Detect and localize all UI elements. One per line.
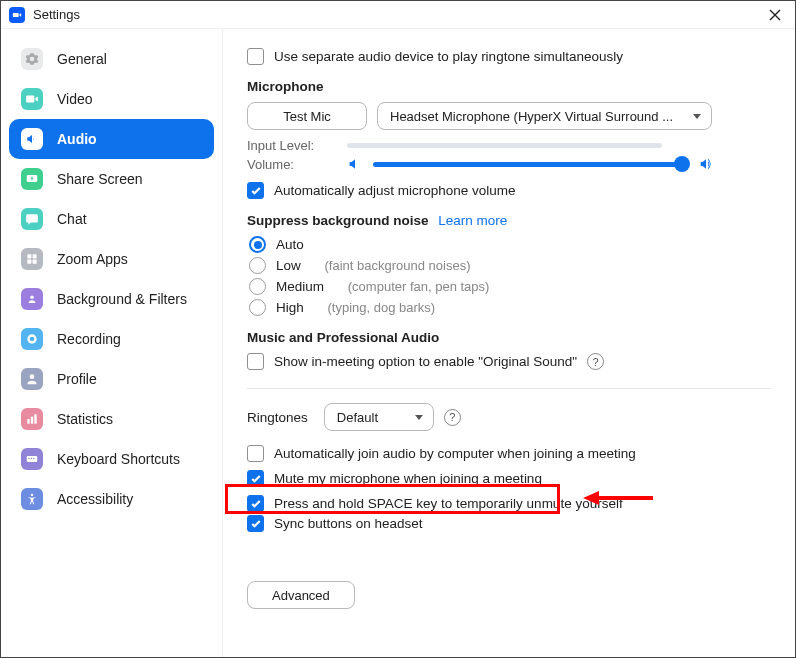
sidebar-item-statistics[interactable]: Statistics: [9, 399, 214, 439]
sidebar-item-label: Keyboard Shortcuts: [57, 451, 180, 467]
input-level-label: Input Level:: [247, 138, 337, 153]
volume-label: Volume:: [247, 157, 337, 172]
sync-headset-checkbox[interactable]: [247, 515, 264, 532]
chat-icon: [21, 208, 43, 230]
sidebar-item-label: Recording: [57, 331, 121, 347]
mic-device-select[interactable]: Headset Microphone (HyperX Virtual Surro…: [377, 102, 712, 130]
slider-knob[interactable]: [674, 156, 690, 172]
sidebar-item-label: General: [57, 51, 107, 67]
suppress-noise-text: Suppress background noise: [247, 213, 429, 228]
noise-high-radio[interactable]: [249, 299, 266, 316]
sidebar-item-label: Background & Filters: [57, 291, 187, 307]
sidebar: General Video Audio Share Screen Chat: [1, 29, 223, 657]
learn-more-link[interactable]: Learn more: [438, 213, 507, 228]
separate-device-checkbox[interactable]: [247, 48, 264, 65]
svg-rect-2: [33, 254, 37, 258]
sidebar-item-keyboard[interactable]: Keyboard Shortcuts: [9, 439, 214, 479]
auto-adjust-checkbox[interactable]: [247, 182, 264, 199]
svg-rect-1: [27, 254, 31, 258]
sidebar-item-video[interactable]: Video: [9, 79, 214, 119]
svg-rect-13: [29, 458, 30, 459]
mic-volume-slider[interactable]: [373, 162, 688, 167]
ringtones-value: Default: [337, 410, 378, 425]
keyboard-icon: [21, 448, 43, 470]
audio-icon: [21, 128, 43, 150]
sidebar-item-label: Profile: [57, 371, 97, 387]
svg-rect-14: [31, 458, 32, 459]
titlebar: Settings: [1, 1, 795, 29]
input-level-meter: [347, 143, 662, 148]
sidebar-item-accessibility[interactable]: Accessibility: [9, 479, 214, 519]
noise-medium-label: Medium: [276, 279, 324, 294]
original-sound-checkbox[interactable]: [247, 353, 264, 370]
background-icon: [21, 288, 43, 310]
sidebar-item-label: Accessibility: [57, 491, 133, 507]
help-icon[interactable]: ?: [444, 409, 461, 426]
noise-high-label: High: [276, 300, 304, 315]
original-sound-label: Show in-meeting option to enable "Origin…: [274, 354, 577, 369]
sidebar-item-chat[interactable]: Chat: [9, 199, 214, 239]
microphone-section-title: Microphone: [247, 79, 771, 94]
sidebar-item-zoom-apps[interactable]: Zoom Apps: [9, 239, 214, 279]
separate-device-label: Use separate audio device to play ringto…: [274, 49, 623, 64]
noise-medium-radio[interactable]: [249, 278, 266, 295]
close-button[interactable]: [763, 3, 787, 27]
profile-icon: [21, 368, 43, 390]
svg-rect-3: [27, 260, 31, 264]
noise-auto-label: Auto: [276, 237, 304, 252]
sidebar-item-label: Video: [57, 91, 93, 107]
svg-rect-4: [33, 260, 37, 264]
app-icon: [9, 7, 25, 23]
sidebar-item-profile[interactable]: Profile: [9, 359, 214, 399]
volume-low-icon: [347, 156, 363, 172]
sidebar-item-share-screen[interactable]: Share Screen: [9, 159, 214, 199]
test-mic-button[interactable]: Test Mic: [247, 102, 367, 130]
svg-rect-10: [31, 417, 33, 424]
svg-point-5: [30, 296, 34, 300]
svg-rect-11: [34, 414, 36, 423]
sidebar-item-label: Chat: [57, 211, 87, 227]
divider: [247, 388, 771, 389]
content-panel: Use separate audio device to play ringto…: [223, 29, 795, 657]
noise-low-radio[interactable]: [249, 257, 266, 274]
window-title: Settings: [33, 7, 80, 22]
apps-icon: [21, 248, 43, 270]
sidebar-item-recording[interactable]: Recording: [9, 319, 214, 359]
video-icon: [21, 88, 43, 110]
svg-rect-15: [33, 458, 34, 459]
suppress-noise-title: Suppress background noise Learn more: [247, 213, 771, 228]
help-icon[interactable]: ?: [587, 353, 604, 370]
share-screen-icon: [21, 168, 43, 190]
sidebar-item-background[interactable]: Background & Filters: [9, 279, 214, 319]
auto-adjust-label: Automatically adjust microphone volume: [274, 183, 516, 198]
noise-high-hint: (typing, dog barks): [328, 300, 436, 315]
sidebar-item-label: Statistics: [57, 411, 113, 427]
noise-low-hint: (faint background noises): [325, 258, 471, 273]
sidebar-item-label: Zoom Apps: [57, 251, 128, 267]
svg-point-16: [31, 494, 33, 496]
sync-headset-label: Sync buttons on headset: [274, 516, 423, 531]
accessibility-icon: [21, 488, 43, 510]
sidebar-item-general[interactable]: General: [9, 39, 214, 79]
svg-point-8: [30, 374, 35, 379]
sidebar-item-audio[interactable]: Audio: [9, 119, 214, 159]
mic-device-value: Headset Microphone (HyperX Virtual Surro…: [390, 109, 673, 124]
auto-join-label: Automatically join audio by computer whe…: [274, 446, 636, 461]
test-mic-label: Test Mic: [283, 109, 331, 124]
annotation-highlight: [225, 484, 560, 514]
statistics-icon: [21, 408, 43, 430]
gear-icon: [21, 48, 43, 70]
music-pro-title: Music and Professional Audio: [247, 330, 771, 345]
svg-point-7: [30, 337, 35, 342]
volume-high-icon: [698, 156, 714, 172]
advanced-label: Advanced: [272, 588, 330, 603]
noise-auto-radio[interactable]: [249, 236, 266, 253]
ringtones-select[interactable]: Default: [324, 403, 434, 431]
advanced-button[interactable]: Advanced: [247, 581, 355, 609]
noise-low-label: Low: [276, 258, 301, 273]
auto-join-checkbox[interactable]: [247, 445, 264, 462]
annotation-arrow: [583, 488, 653, 508]
svg-marker-18: [583, 491, 599, 505]
ringtones-label: Ringtones: [247, 410, 308, 425]
sidebar-item-label: Audio: [57, 131, 97, 147]
